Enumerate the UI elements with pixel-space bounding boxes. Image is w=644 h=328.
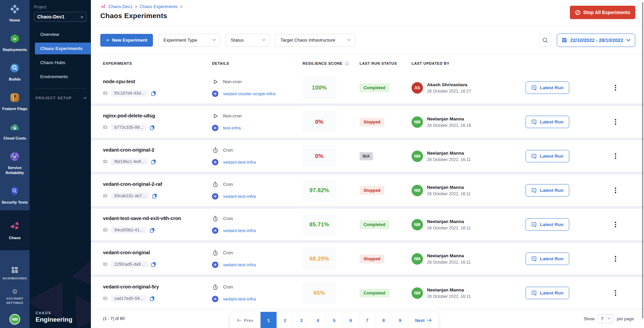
kebab-menu[interactable] xyxy=(613,117,618,127)
cron-icon xyxy=(212,216,218,222)
kebab-menu[interactable] xyxy=(613,185,618,195)
latest-run-button[interactable]: Latest Run xyxy=(526,150,569,162)
copy-icon[interactable] xyxy=(151,159,156,165)
experiment-row: vedant-cron-original-5ry ID: cad17ed0-59… xyxy=(91,277,644,309)
page-button[interactable]: 6 xyxy=(342,312,359,328)
nav-item-service-reliability[interactable]: Service Reliability xyxy=(0,146,30,181)
latest-run-label: Latest Run xyxy=(540,119,564,124)
nav-item-dashboards[interactable]: DASHBOARDS xyxy=(2,263,28,285)
experiment-name[interactable]: vedant-cron-original-2-raf xyxy=(103,181,212,187)
nav-item-feature-flags[interactable]: Feature Flags xyxy=(0,87,30,117)
kebab-menu[interactable] xyxy=(613,254,618,264)
experiment-name[interactable]: vedant-cron-original xyxy=(103,250,212,255)
breadcrumb-link-project[interactable]: Chaos-Dev1 xyxy=(108,4,132,9)
kebab-menu[interactable] xyxy=(613,220,618,229)
show-label: Show xyxy=(584,316,595,321)
copy-icon[interactable] xyxy=(151,91,156,96)
stop-all-experiments-button[interactable]: Stop All Experiments xyxy=(570,6,635,19)
nav-item-deployments[interactable]: ∞ Deployments xyxy=(0,28,30,58)
infrastructure-link[interactable]: vedant-test-infra xyxy=(223,296,256,302)
page-button[interactable]: 1 xyxy=(260,312,277,328)
infrastructure-link[interactable]: test-infra xyxy=(223,125,241,130)
page-button[interactable]: 7 xyxy=(359,312,375,328)
latest-run-button[interactable]: Latest Run xyxy=(526,184,569,197)
page-button[interactable]: 2 xyxy=(277,312,293,328)
experiment-name[interactable]: nginx-pod-delete-u8sg xyxy=(103,113,212,118)
project-menu: Overview Chaos Experiments Chaos Hubs En… xyxy=(30,29,91,85)
infrastructure-link[interactable]: vedant-test-infra xyxy=(223,228,256,233)
target-infrastructure-filter[interactable]: Target Chaos Infrastructure xyxy=(275,34,355,47)
resilience-score: 85.71% xyxy=(303,214,336,236)
experiment-id: b773c335-99... xyxy=(111,124,147,131)
column-header-resilience-score: RESILIENCE SCORE xyxy=(303,61,342,65)
run-report-icon xyxy=(531,153,537,159)
gear-icon: ⚙ xyxy=(12,288,17,295)
nav-item-account-settings[interactable]: ⚙ ACCOUNT SETTINGS xyxy=(0,284,30,309)
kebab-menu[interactable] xyxy=(613,151,618,161)
experiment-name[interactable]: vedant-cron-original-2 xyxy=(103,147,212,153)
copy-icon[interactable] xyxy=(149,296,155,302)
info-icon[interactable] xyxy=(345,61,349,66)
menu-item-chaos-experiments[interactable]: Chaos Experiments xyxy=(35,43,91,54)
copy-icon[interactable] xyxy=(149,227,155,233)
experiment-id: f0c187d4-43d... xyxy=(111,90,148,97)
nav-item-chaos[interactable]: Chaos xyxy=(0,210,30,251)
page-button[interactable]: 4 xyxy=(310,312,326,328)
prev-page-button[interactable]: Prev xyxy=(230,312,260,328)
page-button[interactable]: 8 xyxy=(375,312,392,328)
page-size-select[interactable]: 7 xyxy=(597,314,613,323)
calendar-icon xyxy=(561,37,567,43)
infrastructure-link[interactable]: vedant-cluster-scope-infra xyxy=(223,91,275,96)
next-page-button[interactable]: Next xyxy=(408,312,438,328)
avatar: NM xyxy=(412,287,423,299)
infrastructure-link[interactable]: vedant-test-infra xyxy=(223,160,256,165)
new-experiment-button[interactable]: + New Experiment xyxy=(100,34,153,47)
page-button[interactable]: 5 xyxy=(326,312,342,328)
experiment-name[interactable]: node-cpu-test xyxy=(103,79,212,84)
chevron-down-icon xyxy=(212,39,216,41)
menu-item-chaos-hubs[interactable]: Chaos Hubs xyxy=(30,57,91,68)
infrastructure-link[interactable]: vedant-test-infra xyxy=(223,262,256,267)
latest-run-button[interactable]: Latest Run xyxy=(526,253,569,265)
search-icon xyxy=(542,37,548,43)
copy-icon[interactable] xyxy=(149,125,155,130)
nav-item-cloud-costs[interactable]: $ Cloud Costs xyxy=(0,117,30,146)
experiment-name[interactable]: vedant-cron-original-5ry xyxy=(103,284,212,289)
experiment-id: 94cd00b2-41... xyxy=(111,227,147,233)
experiment-id: f6d19bc1-fedf... xyxy=(111,158,148,165)
updated-date: 28 October 2022, 16:27 xyxy=(427,89,471,94)
menu-item-overview[interactable]: Overview xyxy=(30,29,91,40)
menu-item-environments[interactable]: Environments xyxy=(30,71,91,83)
page-button[interactable]: 3 xyxy=(293,312,310,328)
page-title: Chaos Experiments xyxy=(100,12,636,20)
copy-icon[interactable] xyxy=(151,262,156,267)
date-range-picker[interactable]: 22/10/2022 - 28/10/2022 xyxy=(557,34,635,47)
kubernetes-infra-icon xyxy=(212,262,218,268)
nav-item-builds[interactable]: Builds xyxy=(0,58,30,87)
status-filter[interactable]: Status xyxy=(226,34,270,47)
user-avatar[interactable]: NM xyxy=(9,314,20,325)
project-setup-toggle[interactable]: PROJECT SETUP xyxy=(36,96,87,100)
latest-run-button[interactable]: Latest Run xyxy=(526,287,569,299)
latest-run-button[interactable]: Latest Run xyxy=(526,218,569,231)
nav-item-security-tests[interactable]: Security Tests xyxy=(0,181,30,210)
project-selector[interactable]: Chaos-Dev1 » xyxy=(34,12,87,22)
latest-run-button[interactable]: Latest Run xyxy=(526,116,569,128)
latest-run-button[interactable]: Latest Run xyxy=(526,81,569,94)
latest-run-label: Latest Run xyxy=(540,188,564,193)
cron-icon xyxy=(212,147,218,153)
nav-item-home[interactable]: Home xyxy=(0,0,30,28)
updated-date: 28 October 2022, 16:11 xyxy=(427,157,471,162)
kebab-menu[interactable] xyxy=(613,83,618,93)
copy-icon[interactable] xyxy=(152,193,157,199)
cloud-costs-icon: $ xyxy=(9,122,20,133)
breadcrumb-link-experiments[interactable]: Chaos Experiments xyxy=(140,4,177,9)
avatar: AS xyxy=(412,82,423,94)
experiment-name[interactable]: vedant-test-save-nd-exit-v8h-cron xyxy=(103,216,212,221)
kebab-menu[interactable] xyxy=(613,288,618,298)
vertical-scrollbar[interactable] xyxy=(642,2,643,319)
experiment-type-filter[interactable]: Experiment Type xyxy=(158,34,220,47)
page-button[interactable]: 9 xyxy=(392,312,408,328)
search-button[interactable] xyxy=(539,34,551,47)
infrastructure-link[interactable]: vedant-test-infra xyxy=(223,194,256,199)
